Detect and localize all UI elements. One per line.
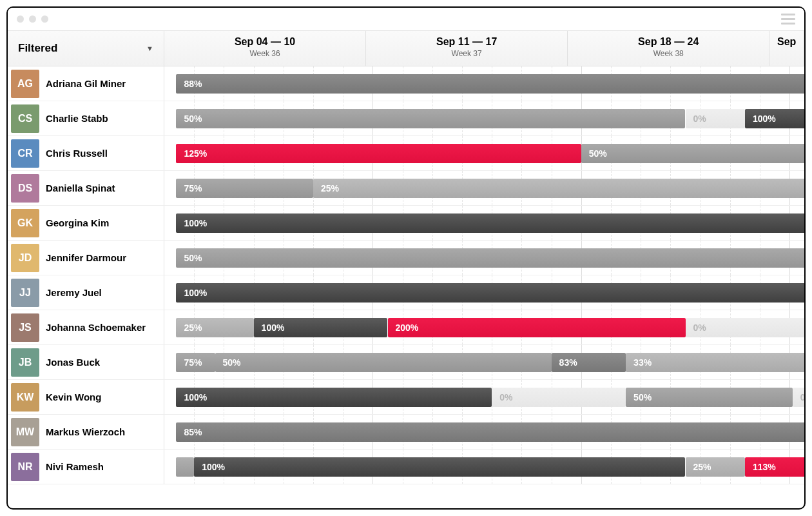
person-row: JJJeremy Juel100%	[8, 275, 804, 310]
person-row: JBJonas Buck75%50%83%33%	[8, 345, 804, 380]
allocation-bar[interactable]: 113%	[745, 457, 804, 477]
allocation-bar[interactable]: 0%	[686, 318, 805, 337]
person-name: Jeremy Juel	[46, 287, 102, 298]
timeline-lane[interactable]: 50%0%100%	[164, 101, 804, 135]
allocation-bar[interactable]: 100%	[176, 213, 804, 233]
avatar: AG	[11, 70, 39, 98]
allocation-bar[interactable]: 0%	[793, 388, 804, 407]
allocation-value: 100%	[184, 392, 207, 402]
person-row: GKGeorgina Kim100%	[8, 206, 804, 241]
allocation-bar[interactable]: 50%	[581, 144, 804, 163]
person-cell[interactable]: DSDaniella Spinat	[8, 171, 164, 205]
titlebar	[8, 8, 804, 31]
week-number: Week 36	[164, 49, 365, 58]
allocation-bar[interactable]: 25%	[686, 457, 745, 477]
person-row: CSCharlie Stabb50%0%100%	[8, 101, 804, 136]
timeline-lane[interactable]: 100%0%50%0%	[164, 380, 804, 414]
timeline-lane[interactable]: 88%	[164, 66, 804, 101]
close-dot[interactable]	[17, 15, 24, 23]
allocation-bar[interactable]: 33%	[626, 353, 804, 372]
timeline-lane[interactable]: 85%	[164, 415, 804, 449]
allocation-bar[interactable]: 100%	[176, 283, 804, 303]
allocation-value: 50%	[589, 148, 607, 159]
window-controls[interactable]	[17, 15, 48, 23]
allocation-bar[interactable]: 75%	[176, 179, 313, 198]
avatar: NR	[11, 453, 39, 481]
timeline-lane[interactable]: 125%50%	[164, 136, 804, 170]
timeline-lane[interactable]: 100%	[164, 275, 804, 310]
allocation-value: 200%	[396, 322, 419, 333]
filter-dropdown[interactable]: Filtered ▼	[8, 31, 164, 66]
allocation-value: 75%	[184, 183, 202, 194]
zoom-dot[interactable]	[41, 15, 48, 23]
allocation-bar[interactable]: 25%	[313, 179, 804, 198]
avatar: CR	[11, 139, 39, 168]
timeline-lane[interactable]: 100%	[164, 206, 804, 240]
filter-label: Filtered	[18, 42, 57, 55]
person-cell[interactable]: MWMarkus Wierzoch	[8, 415, 164, 449]
person-cell[interactable]: KWKevin Wong	[8, 380, 164, 414]
allocation-bar[interactable]: 100%	[254, 318, 388, 337]
timeline-lane[interactable]: 25%100%200%0%	[164, 310, 804, 344]
allocation-value: 83%	[559, 357, 577, 368]
person-cell[interactable]: CSCharlie Stabb	[8, 101, 164, 135]
allocation-value: 88%	[184, 79, 202, 89]
chevron-down-icon: ▼	[146, 45, 153, 52]
allocation-bar[interactable]: 85%	[176, 422, 804, 442]
person-row: CRChris Russell125%50%	[8, 136, 804, 171]
weeks-header: Sep 04 — 10Week 36Sep 11 — 17Week 37Sep …	[164, 31, 804, 66]
timeline-lane[interactable]: 50%	[164, 241, 804, 275]
allocation-bar[interactable]	[176, 457, 194, 477]
allocation-value: 0%	[693, 322, 706, 333]
timeline-lane[interactable]: 100%25%113%	[164, 450, 804, 484]
allocation-bar[interactable]: 50%	[176, 248, 804, 268]
allocation-value: 75%	[184, 357, 202, 368]
week-number: Week 38	[568, 49, 769, 58]
allocation-bar[interactable]: 100%	[194, 457, 685, 477]
menu-icon[interactable]	[781, 14, 795, 25]
allocation-bar[interactable]: 50%	[215, 353, 552, 372]
allocation-value: 85%	[184, 427, 202, 437]
person-cell[interactable]: JJJeremy Juel	[8, 275, 164, 310]
week-range: Sep 04 — 10	[164, 36, 365, 48]
allocation-bar[interactable]: 0%	[492, 388, 626, 407]
person-name: Kevin Wong	[46, 392, 101, 402]
allocation-value: 50%	[633, 392, 652, 402]
allocation-bar[interactable]: 50%	[626, 388, 793, 407]
allocation-bar[interactable]: 100%	[176, 388, 492, 407]
person-cell[interactable]: JBJonas Buck	[8, 345, 164, 379]
person-cell[interactable]: JSJohanna Schoemaker	[8, 310, 164, 344]
allocation-bar[interactable]: 88%	[176, 74, 804, 94]
allocation-bar[interactable]: 100%	[745, 109, 804, 128]
allocation-value: 0%	[800, 392, 804, 402]
person-cell[interactable]: JDJennifer Darmour	[8, 241, 164, 275]
person-cell[interactable]: CRChris Russell	[8, 136, 164, 170]
timeline-lane[interactable]: 75%25%	[164, 171, 804, 205]
allocation-bar[interactable]: 125%	[176, 144, 581, 163]
person-cell[interactable]: AGAdriana Gil Miner	[8, 66, 164, 101]
minimize-dot[interactable]	[29, 15, 36, 23]
person-name: Georgina Kim	[46, 217, 109, 228]
allocation-value: 50%	[223, 357, 241, 368]
week-range: Sep	[769, 36, 804, 48]
person-cell[interactable]: GKGeorgina Kim	[8, 206, 164, 240]
allocation-bar[interactable]: 200%	[388, 318, 686, 337]
timeline-lane[interactable]: 75%50%83%33%	[164, 345, 804, 379]
allocation-bar[interactable]: 83%	[552, 353, 626, 372]
avatar: DS	[11, 174, 39, 203]
bars: 25%100%200%0%	[164, 318, 804, 337]
person-row: JSJohanna Schoemaker25%100%200%0%	[8, 310, 804, 345]
allocation-value: 50%	[184, 114, 202, 124]
allocation-bar[interactable]: 25%	[176, 318, 253, 337]
week-range: Sep 11 — 17	[366, 36, 567, 48]
allocation-value: 100%	[184, 288, 207, 298]
person-cell[interactable]: NRNivi Ramesh	[8, 450, 164, 484]
allocation-bar[interactable]: 50%	[176, 109, 685, 128]
allocation-value: 113%	[753, 462, 776, 472]
avatar: CS	[11, 104, 39, 133]
allocation-bar[interactable]: 0%	[686, 109, 745, 128]
week-column: Sep 04 — 10Week 36	[164, 31, 366, 66]
allocation-bar[interactable]: 75%	[176, 353, 215, 372]
allocation-value: 33%	[633, 357, 652, 368]
person-row: AGAdriana Gil Miner88%	[8, 66, 804, 101]
